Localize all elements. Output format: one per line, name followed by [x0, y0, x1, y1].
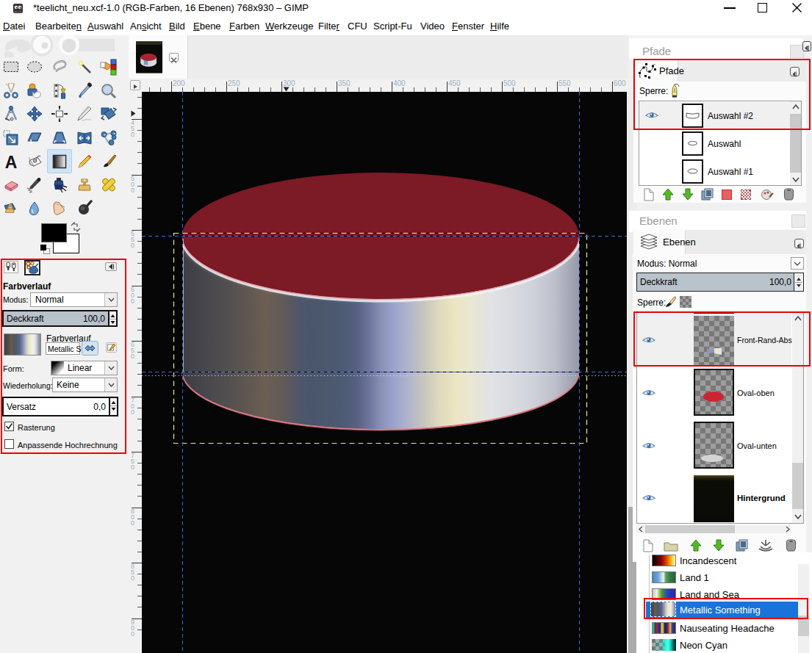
svg-text:A: A: [5, 153, 18, 170]
